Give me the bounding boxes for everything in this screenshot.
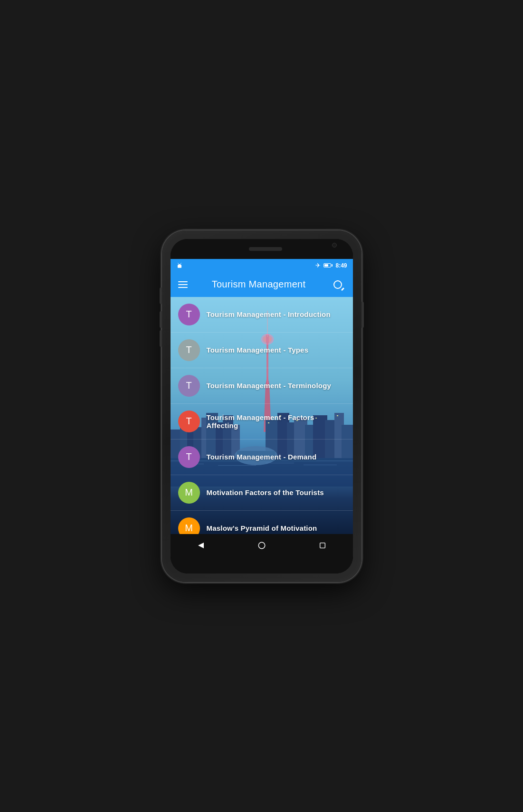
status-left-icons xyxy=(176,262,183,269)
bottom-bezel xyxy=(171,557,353,573)
back-icon xyxy=(197,541,205,550)
list-item[interactable]: M Motivation Factors of the Tourists xyxy=(171,475,353,511)
home-icon xyxy=(257,541,266,550)
list-item[interactable]: T Tourism Management - Factors Affecting xyxy=(171,404,353,439)
list-container: T Tourism Management - Introduction T To… xyxy=(171,297,353,534)
avatar-3: T xyxy=(178,411,200,432)
list-item[interactable]: T Tourism Management - Demand xyxy=(171,439,353,475)
avatar-letter-5: M xyxy=(185,487,193,498)
back-button[interactable] xyxy=(191,536,210,555)
avatar-letter-2: T xyxy=(186,380,191,391)
phone-screen: ✈ 8:49 Tourism Management xyxy=(171,239,353,573)
avatar-6: M xyxy=(178,517,200,534)
svg-marker-46 xyxy=(198,543,204,548)
status-time: 8:49 xyxy=(335,262,347,269)
svg-line-2 xyxy=(178,263,178,263)
svg-rect-48 xyxy=(320,543,325,548)
avatar-letter-6: M xyxy=(185,523,193,534)
status-right-icons: ✈ 8:49 xyxy=(315,262,347,269)
status-bar: ✈ 8:49 xyxy=(171,259,353,272)
avatar-5: M xyxy=(178,482,200,504)
front-camera xyxy=(332,243,337,248)
avatar-0: T xyxy=(178,304,200,325)
item-label-2: Tourism Management - Terminology xyxy=(207,382,332,390)
svg-rect-4 xyxy=(177,267,181,267)
item-label-6: Maslow's Pyramid of Motivation xyxy=(207,524,317,532)
airplane-icon: ✈ xyxy=(315,262,321,269)
battery-icon xyxy=(323,263,333,267)
speaker-grille xyxy=(249,247,282,251)
home-button[interactable] xyxy=(252,536,271,555)
item-label-5: Motivation Factors of the Tourists xyxy=(207,488,324,497)
search-button[interactable] xyxy=(330,277,345,292)
avatar-letter-3: T xyxy=(186,416,191,427)
app-bar: Tourism Management xyxy=(171,272,353,297)
android-icon xyxy=(176,262,183,269)
list-item[interactable]: M Maslow's Pyramid of Motivation xyxy=(171,511,353,534)
recents-icon xyxy=(319,542,326,549)
avatar-letter-4: T xyxy=(186,451,191,462)
recents-button[interactable] xyxy=(313,536,332,555)
avatar-letter-1: T xyxy=(186,344,191,355)
menu-button[interactable] xyxy=(178,281,188,288)
phone-device: ✈ 8:49 Tourism Management xyxy=(162,230,361,582)
avatar-2: T xyxy=(178,375,200,397)
item-label-0: Tourism Management - Introduction xyxy=(207,310,331,318)
content-area: T Tourism Management - Introduction T To… xyxy=(171,297,353,534)
avatar-1: T xyxy=(178,339,200,361)
avatar-letter-0: T xyxy=(186,309,191,320)
item-label-1: Tourism Management - Types xyxy=(207,346,309,354)
bottom-nav xyxy=(171,534,353,557)
search-icon xyxy=(333,280,342,289)
top-bezel xyxy=(171,239,353,259)
app-title: Tourism Management xyxy=(212,279,306,290)
item-label-4: Tourism Management - Demand xyxy=(207,453,317,461)
svg-point-47 xyxy=(258,542,265,549)
svg-line-3 xyxy=(181,263,181,263)
avatar-4: T xyxy=(178,446,200,468)
item-label-3: Tourism Management - Factors Affecting xyxy=(207,413,345,430)
list-item[interactable]: T Tourism Management - Introduction xyxy=(171,297,353,333)
list-item[interactable]: T Tourism Management - Types xyxy=(171,333,353,368)
list-item[interactable]: T Tourism Management - Terminology xyxy=(171,368,353,404)
